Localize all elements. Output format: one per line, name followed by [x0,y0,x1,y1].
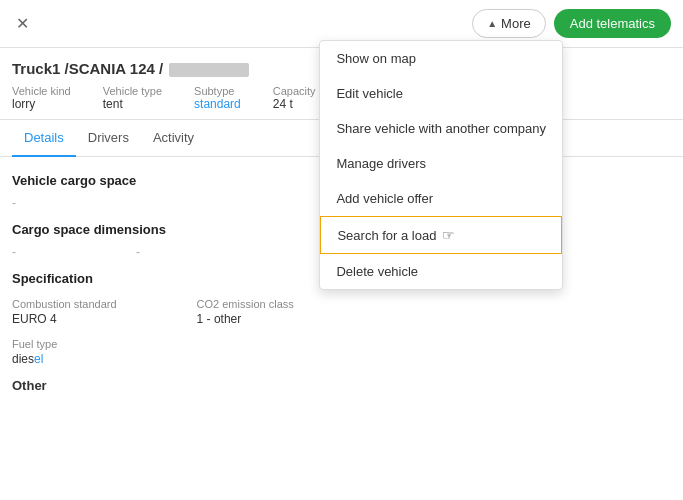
menu-item-add-vehicle-offer[interactable]: Add vehicle offer [320,181,562,216]
search-load-label: Search for a load [337,228,436,243]
menu-item-search-load[interactable]: Search for a load ☞ [320,216,562,254]
menu-item-edit-vehicle[interactable]: Edit vehicle [320,76,562,111]
menu-item-manage-drivers[interactable]: Manage drivers [320,146,562,181]
menu-item-delete-vehicle[interactable]: Delete vehicle [320,254,562,289]
cursor-icon: ☞ [442,227,455,243]
menu-item-show-on-map[interactable]: Show on map [320,41,562,76]
dropdown-overlay: Show on map Edit vehicle Share vehicle w… [0,0,683,500]
dropdown-menu: Show on map Edit vehicle Share vehicle w… [319,40,563,290]
menu-item-share-vehicle[interactable]: Share vehicle with another company [320,111,562,146]
